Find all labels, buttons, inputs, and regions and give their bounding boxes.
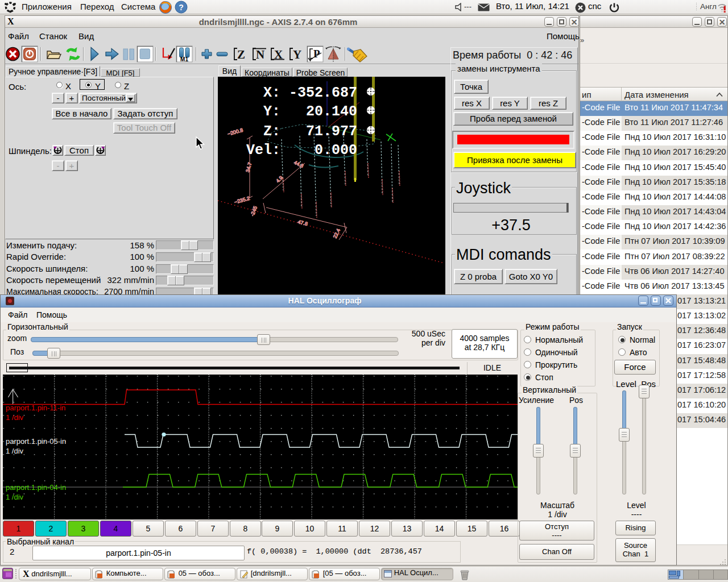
svg-text:Z: 71.977: Z: 71.977 [246, 123, 357, 140]
svg-text:Y: 20.140: Y: 20.140 [246, 103, 357, 120]
svg-text:N: N [256, 48, 264, 61]
svg-text:22.4: 22.4 [332, 228, 341, 239]
svg-text:X: -352.687: X: -352.687 [246, 85, 357, 101]
svg-text:~235.2: ~235.2 [234, 196, 250, 205]
svg-text:Y: Y [293, 48, 301, 61]
svg-text:Z: Z [237, 48, 245, 61]
svg-text:?: ? [179, 3, 184, 12]
svg-text:Vel: 0.000: Vel: 0.000 [246, 142, 357, 159]
svg-text:44.8: 44.8 [293, 160, 304, 169]
svg-text:4.9: 4.9 [275, 174, 284, 184]
svg-text:-245: -245 [249, 205, 258, 217]
svg-text:~200.8: ~200.8 [227, 127, 243, 137]
svg-text:34.7: 34.7 [245, 162, 253, 173]
svg-text:M1: M1 [180, 56, 188, 63]
svg-text:47.8: 47.8 [297, 219, 308, 227]
